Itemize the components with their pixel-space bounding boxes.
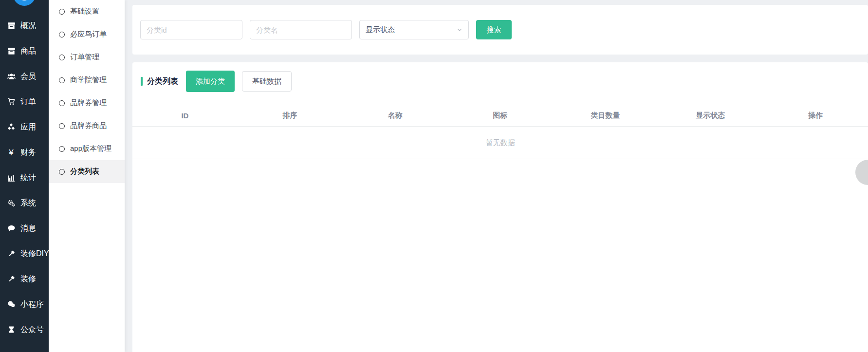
circle-bullet-icon xyxy=(59,55,65,60)
circle-bullet-icon xyxy=(59,169,65,175)
submenu-item-label: 基础设置 xyxy=(70,7,99,16)
submenu-item-label: 品牌券商品 xyxy=(70,121,107,130)
sidebar-item-finance[interactable]: ¥ 财务 xyxy=(0,140,49,165)
chevron-down-icon xyxy=(457,26,462,34)
cart-icon xyxy=(6,98,16,106)
base-data-button[interactable]: 基础数据 xyxy=(242,71,292,92)
column-header-actions: 操作 xyxy=(763,111,868,120)
comment-icon xyxy=(6,224,16,233)
wechat-icon xyxy=(6,300,16,309)
column-header-id: ID xyxy=(132,111,238,120)
primary-nav: 概况 商品 会员 订单 xyxy=(0,13,49,342)
add-category-button[interactable]: 添加分类 xyxy=(186,71,235,92)
submenu-item-order-management[interactable]: 订单管理 xyxy=(49,46,125,69)
circle-bullet-icon xyxy=(59,100,65,106)
category-id-input[interactable] xyxy=(140,20,242,39)
circle-bullet-icon xyxy=(59,146,65,152)
column-header-category-count: 类目数量 xyxy=(553,111,658,120)
sidebar-item-label: 统计 xyxy=(20,173,36,183)
submenu-item-brand-coupon-management[interactable]: 品牌券管理 xyxy=(49,92,125,114)
sidebar-item-members[interactable]: 会员 xyxy=(0,64,49,89)
sidebar-item-label: 装修 xyxy=(20,274,36,284)
sidebar-item-apps[interactable]: 应用 xyxy=(0,114,49,140)
sidebar-item-label: 系统 xyxy=(20,198,36,208)
hourglass-icon xyxy=(6,326,16,334)
sidebar-item-orders[interactable]: 订单 xyxy=(0,89,49,114)
submenu-item-label: 必应鸟订单 xyxy=(70,30,107,39)
category-name-input[interactable] xyxy=(250,20,352,39)
table-header-row: ID 排序 名称 图标 类目数量 显示状态 操作 xyxy=(132,105,868,127)
sidebar-item-label: 财务 xyxy=(20,148,36,158)
table-empty-state: 暂无数据 xyxy=(132,127,868,159)
sidebar-item-label: 公众号 xyxy=(20,325,44,335)
logo[interactable] xyxy=(13,0,36,6)
admin-app: 概况 商品 会员 订单 xyxy=(0,0,868,352)
column-header-name: 名称 xyxy=(343,111,448,120)
sidebar-item-system[interactable]: 系统 xyxy=(0,190,49,216)
sidebar-item-label: 消息 xyxy=(20,223,36,234)
sidebar-item-stats[interactable]: 统计 xyxy=(0,165,49,190)
sidebar-item-label: 小程序 xyxy=(20,299,44,310)
sidebar-item-label: 应用 xyxy=(20,122,36,132)
archive-icon xyxy=(6,47,16,56)
archive-icon xyxy=(6,22,16,30)
secondary-sidebar: 基础设置 必应鸟订单 订单管理 商学院管理 品牌券管理 品牌券商品 app版本管… xyxy=(49,0,125,352)
sidebar-item-official-account[interactable]: 公众号 xyxy=(0,317,49,342)
sidebar-item-label: 订单 xyxy=(20,97,36,107)
sidebar-item-messages[interactable]: 消息 xyxy=(0,216,49,241)
submenu-item-label: 商学院管理 xyxy=(70,75,107,85)
submenu-item-category-list[interactable]: 分类列表 xyxy=(49,160,125,183)
submenu-item-brand-coupon-goods[interactable]: 品牌券商品 xyxy=(49,114,125,137)
sidebar-item-label: 概况 xyxy=(20,21,36,31)
gavel-icon xyxy=(6,275,16,283)
yen-icon: ¥ xyxy=(6,148,16,157)
column-header-display-status: 显示状态 xyxy=(658,111,763,120)
sidebar-item-overview[interactable]: 概况 xyxy=(0,13,49,38)
submenu-item-label: 分类列表 xyxy=(70,167,99,176)
circle-bullet-icon xyxy=(59,9,65,15)
submenu-item-app-version[interactable]: app版本管理 xyxy=(49,137,125,160)
circle-bullet-icon xyxy=(59,32,65,37)
submenu-item-label: 订单管理 xyxy=(70,53,99,62)
sidebar-item-label: 会员 xyxy=(20,72,36,82)
submenu-item-basic-settings[interactable]: 基础设置 xyxy=(49,0,125,23)
sidebar-item-mini-program[interactable]: 小程序 xyxy=(0,292,49,317)
display-status-value: 显示状态 xyxy=(366,25,395,35)
sidebar-item-label: 装修DIY xyxy=(20,249,49,259)
gears-icon xyxy=(6,199,16,207)
display-status-select[interactable]: 显示状态 xyxy=(359,20,469,39)
column-header-icon: 图标 xyxy=(448,111,553,120)
submenu-item-biyingniao-orders[interactable]: 必应鸟订单 xyxy=(49,23,125,46)
circle-bullet-icon xyxy=(59,77,65,83)
title-accent-bar xyxy=(141,77,143,86)
sidebar-item-label: 商品 xyxy=(20,46,36,56)
panel-title: 分类列表 xyxy=(147,76,178,87)
card-spacer xyxy=(132,55,868,62)
bar-chart-icon xyxy=(6,174,16,182)
category-list-panel: 分类列表 添加分类 基础数据 ID 排序 名称 图标 类目数量 显示状态 操作 … xyxy=(132,62,868,352)
submenu-item-business-school[interactable]: 商学院管理 xyxy=(49,69,125,92)
sidebar-item-decorate-diy[interactable]: 装修DIY xyxy=(0,241,49,266)
gavel-icon xyxy=(6,250,16,258)
panel-header: 分类列表 添加分类 基础数据 xyxy=(132,71,868,92)
users-icon xyxy=(6,73,16,81)
sidebar-item-decorate[interactable]: 装修 xyxy=(0,266,49,292)
filter-bar: 显示状态 搜索 xyxy=(132,5,868,55)
circle-bullet-icon xyxy=(59,123,65,129)
column-header-sort: 排序 xyxy=(238,111,343,120)
cubes-icon xyxy=(6,123,16,131)
submenu-item-label: 品牌券管理 xyxy=(70,98,107,108)
empty-text: 暂无数据 xyxy=(486,138,515,148)
submenu-item-label: app版本管理 xyxy=(70,144,111,153)
main-content: 显示状态 搜索 分类列表 添加分类 基础数据 ID 排序 名称 图标 类目数量 xyxy=(125,0,868,352)
primary-sidebar: 概况 商品 会员 订单 xyxy=(0,0,49,352)
sidebar-item-goods[interactable]: 商品 xyxy=(0,38,49,64)
search-button[interactable]: 搜索 xyxy=(476,20,512,39)
